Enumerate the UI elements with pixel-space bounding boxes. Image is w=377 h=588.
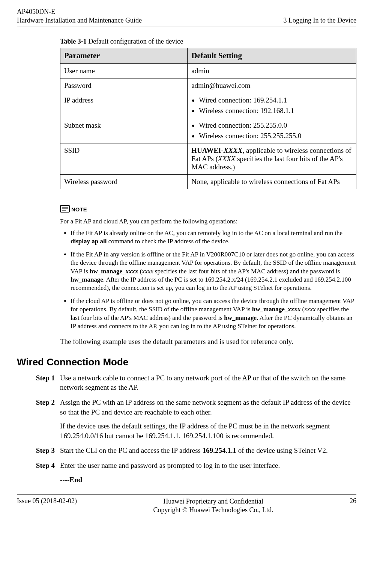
note-intro: For a Fit AP and cloud AP, you can perfo… xyxy=(60,218,356,225)
cell-param: Password xyxy=(60,78,188,93)
step-body: Enter the user name and password as prom… xyxy=(60,461,356,470)
note-italic: xxxx xyxy=(142,268,153,275)
note-bold: hw_manage_ xyxy=(90,268,125,275)
step-label: Step 4 xyxy=(17,461,60,470)
note-list-item: If the cloud AP is offline or does not g… xyxy=(71,297,356,331)
cell-value: Wired connection: 255.255.0.0 Wireless c… xyxy=(188,118,356,143)
note-text: ( xyxy=(300,306,304,313)
footer-center: Huawei Proprietary and Confidential Copy… xyxy=(153,497,273,515)
step-text: Start the CLI on the PC and access the I… xyxy=(60,446,356,455)
note-list-item: If the Fit AP is already online on the A… xyxy=(71,229,356,246)
note-bold: hw_manage xyxy=(224,314,257,321)
note-bold: hw_manage_ xyxy=(252,306,288,313)
footer-page-number: 26 xyxy=(350,497,356,505)
note-label: NOTE xyxy=(71,206,87,213)
page-footer: Issue 05 (2018-02-02) Huawei Proprietary… xyxy=(17,495,356,515)
note-block: NOTE For a Fit AP and cloud AP, you can … xyxy=(60,205,356,331)
step-row: Step 2 Assign the PC with an IP address … xyxy=(17,398,356,441)
table-caption-prefix: Table 3-1 xyxy=(60,38,87,45)
cell-value: admin@huawei.com xyxy=(188,78,356,93)
table-row: User name admin xyxy=(60,63,356,78)
ssid-prefix: HUAWEI- xyxy=(191,146,224,154)
cell-param: Wireless password xyxy=(60,174,188,189)
following-example: The following example uses the default p… xyxy=(60,338,356,346)
footer-copyright: Copyright © Huawei Technologies Co., Ltd… xyxy=(153,506,273,514)
cell-value: Wired connection: 169.254.1.1 Wireless c… xyxy=(188,93,356,118)
step-bold: 169.254.1.1 xyxy=(203,446,236,454)
note-bold: display ap all xyxy=(71,238,107,245)
table-caption: Table 3-1 Default configuration of the d… xyxy=(60,38,356,45)
header-product: AP4050DN-E xyxy=(17,8,142,16)
section-heading: Wired Connection Mode xyxy=(17,356,356,368)
step-text: Use a network cable to connect a PC to a… xyxy=(60,373,356,392)
step-row: Step 1 Use a network cable to connect a … xyxy=(17,373,356,392)
note-bold: hw_manage xyxy=(71,276,103,283)
cell-list-item: Wireless connection: 192.168.1.1 xyxy=(199,107,352,115)
cell-param: IP address xyxy=(60,93,188,118)
step-label: Step 2 xyxy=(17,398,60,441)
note-icon xyxy=(60,205,70,214)
step-text: If the device uses the default settings,… xyxy=(60,421,356,440)
note-italic: xxxx xyxy=(304,306,315,313)
step-label: Step 1 xyxy=(17,373,60,392)
note-text: command to check the IP address of the d… xyxy=(107,238,230,245)
table-caption-rest: Default configuration of the device xyxy=(87,38,183,45)
step-text-part: of the device using STelnet V2. xyxy=(236,446,328,454)
step-text: Enter the user name and password as prom… xyxy=(60,461,356,470)
table-row: SSID HUAWEI-XXXX, applicable to wireless… xyxy=(60,143,356,174)
cell-list-item: Wired connection: 255.255.0.0 xyxy=(199,121,352,130)
step-label: Step 3 xyxy=(17,446,60,455)
footer-issue: Issue 05 (2018-02-02) xyxy=(17,497,77,505)
step-body: Use a network cable to connect a PC to a… xyxy=(60,373,356,392)
cell-list-item: Wired connection: 169.254.1.1 xyxy=(199,96,352,104)
step-text: Assign the PC with an IP address on the … xyxy=(60,398,356,417)
config-table: Parameter Default Setting User name admi… xyxy=(60,48,356,189)
ssid-xxxx2: XXXX xyxy=(218,155,235,163)
step-text-part: Start the CLI on the PC and access the I… xyxy=(60,446,203,454)
step-row: Step 3 Start the CLI on the PC and acces… xyxy=(17,446,356,455)
end-marker: ----End xyxy=(60,476,356,484)
note-text: If the Fit AP is already online on the A… xyxy=(71,229,342,237)
note-bi: xxxx xyxy=(125,268,138,275)
cell-value: HUAWEI-XXXX, applicable to wireless conn… xyxy=(188,143,356,174)
table-row: Password admin@huawei.com xyxy=(60,78,356,93)
ssid-xxxx: XXXX xyxy=(224,146,243,154)
table-header-row: Parameter Default Setting xyxy=(60,48,356,63)
step-body: Assign the PC with an IP address on the … xyxy=(60,398,356,441)
cell-param: Subnet mask xyxy=(60,118,188,143)
note-bi: xxxx xyxy=(288,306,300,313)
header-section: 3 Logging In to the Device xyxy=(284,16,356,25)
note-text: ( xyxy=(138,268,142,275)
cell-value: None, applicable to wireless connections… xyxy=(188,174,356,189)
cell-param: SSID xyxy=(60,143,188,174)
note-text: specifies the last four bits of the AP's… xyxy=(153,268,340,275)
note-text: . After the IP address of the PC is set … xyxy=(71,276,351,291)
header-doc-title: Hardware Installation and Maintenance Gu… xyxy=(17,16,142,25)
step-row: Step 4 Enter the user name and password … xyxy=(17,461,356,470)
col-default-setting: Default Setting xyxy=(188,48,356,63)
table-row: Wireless password None, applicable to wi… xyxy=(60,174,356,189)
col-parameter: Parameter xyxy=(60,48,188,63)
footer-proprietary: Huawei Proprietary and Confidential xyxy=(153,497,273,506)
cell-param: User name xyxy=(60,63,188,78)
cell-list-item: Wireless connection: 255.255.255.0 xyxy=(199,132,352,140)
header-left: AP4050DN-E Hardware Installation and Mai… xyxy=(17,8,142,25)
note-list-item: If the Fit AP in any version is offline … xyxy=(71,250,356,292)
table-row: IP address Wired connection: 169.254.1.1… xyxy=(60,93,356,118)
page-header: AP4050DN-E Hardware Installation and Mai… xyxy=(17,8,356,27)
step-body: Start the CLI on the PC and access the I… xyxy=(60,446,356,455)
cell-value: admin xyxy=(188,63,356,78)
table-row: Subnet mask Wired connection: 255.255.0.… xyxy=(60,118,356,143)
